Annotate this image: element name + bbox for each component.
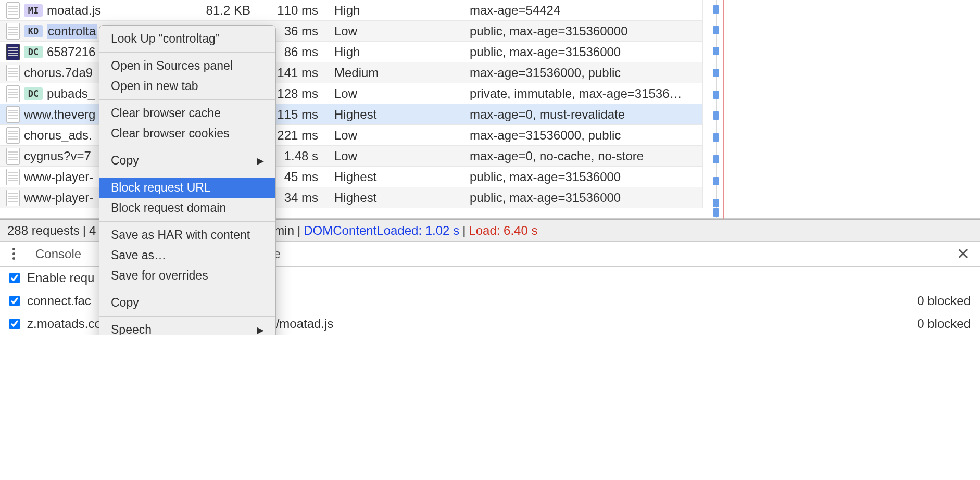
cell-priority: Low bbox=[328, 83, 463, 104]
waterfall-tick bbox=[713, 69, 719, 77]
script-file-icon bbox=[6, 127, 20, 144]
blocked-count-label: 0 blocked bbox=[917, 317, 971, 331]
ctx-block-request-domain[interactable]: Block request domain bbox=[99, 198, 275, 218]
cell-priority: Low bbox=[328, 146, 463, 166]
ctx-block-domain-label: Block request domain bbox=[111, 201, 226, 215]
request-name-label: 6587216 bbox=[47, 45, 95, 59]
ctx-separator bbox=[99, 174, 275, 174]
ctx-save-overrides-label: Save for overrides bbox=[111, 269, 208, 283]
initiator-badge: MI bbox=[24, 4, 43, 17]
summary-sep: | bbox=[462, 223, 466, 238]
cell-priority: Medium bbox=[328, 62, 463, 83]
request-name-label: www-player- bbox=[24, 170, 93, 184]
ctx-block-request-url[interactable]: Block request URL bbox=[99, 178, 275, 198]
ctx-clear-cookies-label: Clear browser cookies bbox=[111, 127, 230, 141]
script-file-icon bbox=[6, 106, 20, 123]
ctx-save-har-label: Save as HAR with content bbox=[111, 228, 250, 242]
ctx-separator bbox=[99, 316, 275, 317]
enable-request-blocking-label: Enable requ bbox=[27, 271, 94, 285]
chevron-right-icon: ▶ bbox=[257, 155, 264, 167]
summary-domcontentloaded: DOMContentLoaded: 1.02 s bbox=[304, 223, 459, 238]
request-name-label: chorus_ads. bbox=[24, 128, 92, 143]
ctx-save-as-label: Save as… bbox=[111, 248, 166, 262]
close-icon[interactable]: ✕ bbox=[957, 245, 974, 263]
ctx-lookup-label: Look Up “controltag” bbox=[111, 32, 219, 46]
blocked-pattern-checkbox[interactable] bbox=[9, 296, 20, 306]
waterfall-tick bbox=[713, 177, 719, 185]
image-file-icon bbox=[6, 44, 20, 60]
ctx-separator bbox=[99, 289, 275, 289]
cell-priority: Low bbox=[328, 125, 463, 145]
ctx-save-overrides[interactable]: Save for overrides bbox=[99, 266, 275, 286]
script-file-icon bbox=[6, 148, 20, 165]
ctx-lookup[interactable]: Look Up “controltag” bbox=[99, 29, 275, 49]
request-name-label: www.theverg bbox=[24, 107, 95, 122]
blocked-pattern-checkbox[interactable] bbox=[9, 319, 20, 329]
waterfall-column bbox=[703, 0, 724, 219]
waterfall-tick bbox=[713, 5, 719, 14]
blocked-pattern-label: connect.fac bbox=[27, 294, 91, 308]
ctx-open-new-tab[interactable]: Open in new tab bbox=[99, 76, 275, 96]
ctx-copy-submenu[interactable]: Copy▶ bbox=[99, 150, 275, 171]
ctx-separator bbox=[99, 147, 275, 147]
ctx-speech-label: Speech bbox=[111, 323, 152, 335]
cell-priority: Highest bbox=[328, 104, 463, 124]
request-name-label: chorus.7da9 bbox=[24, 66, 93, 80]
summary-sep: | bbox=[297, 223, 300, 238]
ctx-clear-cache[interactable]: Clear browser cache bbox=[99, 103, 275, 123]
script-file-icon bbox=[6, 2, 20, 19]
kebab-icon[interactable] bbox=[6, 248, 21, 260]
cell-time: 110 ms bbox=[260, 0, 328, 20]
ctx-clear-cookies[interactable]: Clear browser cookies bbox=[99, 123, 275, 144]
cell-name: MImoatad.js bbox=[0, 0, 156, 20]
enable-request-blocking-checkbox[interactable] bbox=[9, 273, 20, 283]
cell-cache-control: private, immutable, max-age=31536… bbox=[463, 83, 703, 104]
summary-requests: 288 requests bbox=[7, 223, 80, 238]
cell-cache-control: public, max-age=31536000 bbox=[463, 42, 703, 62]
waterfall-tick bbox=[713, 47, 719, 55]
ctx-separator bbox=[99, 52, 275, 53]
ctx-separator bbox=[99, 99, 275, 100]
request-name-label: pubads_ bbox=[47, 86, 95, 101]
waterfall-tick bbox=[713, 133, 719, 142]
chevron-right-icon: ▶ bbox=[257, 324, 264, 336]
script-file-icon bbox=[6, 65, 20, 81]
request-name-label: controlta bbox=[47, 24, 97, 39]
cell-size: 81.2 KB bbox=[156, 0, 260, 20]
script-file-icon bbox=[6, 190, 20, 206]
cell-priority: Low bbox=[328, 21, 463, 41]
request-name-label: www-player- bbox=[24, 191, 93, 205]
waterfall-tick bbox=[713, 199, 719, 207]
ctx-copy[interactable]: Copy bbox=[99, 293, 275, 313]
ctx-block-url-label: Block request URL bbox=[111, 181, 211, 195]
cell-cache-control: public, max-age=315360000 bbox=[463, 21, 703, 41]
tab-console[interactable]: Console bbox=[35, 247, 81, 261]
ctx-save-as[interactable]: Save as… bbox=[99, 245, 275, 266]
waterfall-tick bbox=[713, 208, 719, 217]
ctx-open-sources-label: Open in Sources panel bbox=[111, 59, 233, 73]
waterfall-tick bbox=[713, 111, 719, 120]
ctx-copy-label: Copy bbox=[111, 296, 139, 310]
ctx-speech-submenu[interactable]: Speech▶ bbox=[99, 320, 275, 335]
script-file-icon bbox=[6, 85, 20, 102]
waterfall-tick bbox=[713, 91, 719, 99]
ctx-clear-cache-label: Clear browser cache bbox=[111, 106, 221, 120]
cell-cache-control: max-age=54424 bbox=[463, 0, 703, 20]
cell-cache-control: public, max-age=31536000 bbox=[463, 187, 703, 208]
ctx-open-sources[interactable]: Open in Sources panel bbox=[99, 56, 275, 76]
summary-sep: | bbox=[83, 223, 86, 238]
summary-transferred-partial: 4 bbox=[89, 223, 96, 238]
ctx-open-tab-label: Open in new tab bbox=[111, 79, 198, 93]
cell-cache-control: max-age=0, no-cache, no-store bbox=[463, 146, 703, 166]
script-file-icon bbox=[6, 169, 20, 185]
request-name-label: moatad.js bbox=[47, 3, 101, 18]
ctx-save-har[interactable]: Save as HAR with content bbox=[99, 225, 275, 245]
table-row[interactable]: MImoatad.js81.2 KB110 msHighmax-age=5442… bbox=[0, 0, 703, 21]
summary-load: Load: 6.40 s bbox=[469, 223, 537, 238]
initiator-badge: DC bbox=[24, 46, 43, 58]
cell-priority: High bbox=[328, 42, 463, 62]
cell-priority: Highest bbox=[328, 167, 463, 187]
initiator-badge: DC bbox=[24, 87, 43, 100]
waterfall-tick bbox=[713, 155, 719, 163]
script-file-icon bbox=[6, 23, 20, 40]
